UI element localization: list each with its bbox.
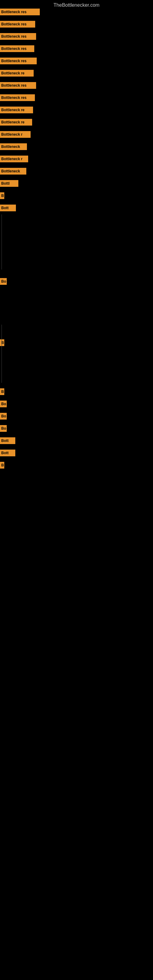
bar-item-17: Bo bbox=[0, 278, 7, 285]
bar-label-1: Bottleneck res bbox=[0, 21, 35, 27]
bar-label-4: Bottleneck res bbox=[0, 57, 37, 64]
bar-item-13: Bottleneck bbox=[0, 168, 26, 175]
bar-label-7: Bottleneck res bbox=[0, 94, 35, 101]
bar-label-15: B bbox=[0, 192, 4, 199]
bar-label-11: Bottleneck bbox=[0, 143, 27, 150]
bar-item-10: Bottleneck r bbox=[0, 131, 30, 138]
bar-label-6: Bottleneck res bbox=[0, 82, 36, 89]
bar-item-15: B bbox=[0, 192, 4, 199]
bar-item-0: Bottleneck res bbox=[0, 9, 40, 15]
bar-item-3: Bottleneck res bbox=[0, 45, 34, 52]
bar-label-25: B bbox=[0, 462, 4, 469]
bar-item-19: B bbox=[0, 388, 4, 395]
bar-label-16: Bott bbox=[0, 205, 16, 211]
bar-label-12: Bottleneck r bbox=[0, 156, 28, 162]
bar-label-5: Bottleneck re bbox=[0, 70, 33, 76]
bar-label-2: Bottleneck res bbox=[0, 33, 36, 40]
bar-item-16: Bott bbox=[0, 205, 16, 211]
bar-item-18: B bbox=[0, 339, 4, 346]
bar-label-8: Bottleneck re bbox=[0, 107, 33, 113]
bar-item-24: Bott bbox=[0, 450, 15, 456]
bar-label-20: Bo bbox=[0, 401, 7, 407]
bar-label-3: Bottleneck res bbox=[0, 45, 34, 52]
bar-label-10: Bottleneck r bbox=[0, 131, 30, 138]
bar-item-4: Bottleneck res bbox=[0, 57, 37, 64]
bar-label-22: Bo bbox=[0, 425, 7, 432]
bar-label-14: Bottl bbox=[0, 180, 18, 187]
bar-label-9: Bottleneck re bbox=[0, 119, 32, 126]
bar-item-8: Bottleneck re bbox=[0, 107, 33, 113]
bar-label-21: Bo bbox=[0, 413, 7, 420]
bar-item-9: Bottleneck re bbox=[0, 119, 32, 126]
bar-item-14: Bottl bbox=[0, 180, 18, 187]
bar-item-22: Bo bbox=[0, 425, 7, 432]
bar-item-25: B bbox=[0, 462, 4, 469]
bar-item-20: Bo bbox=[0, 401, 7, 407]
vertical-line-1 bbox=[2, 325, 2, 383]
bar-label-13: Bottleneck bbox=[0, 168, 26, 175]
bar-item-12: Bottleneck r bbox=[0, 156, 28, 162]
bar-item-21: Bo bbox=[0, 413, 7, 420]
bar-label-23: Bott bbox=[0, 438, 15, 444]
bar-label-19: B bbox=[0, 388, 4, 395]
bar-item-11: Bottleneck bbox=[0, 143, 27, 150]
bar-label-24: Bott bbox=[0, 450, 15, 456]
bar-item-5: Bottleneck re bbox=[0, 70, 33, 76]
bar-label-17: Bo bbox=[0, 278, 7, 285]
bar-item-7: Bottleneck res bbox=[0, 94, 35, 101]
bar-item-23: Bott bbox=[0, 438, 15, 444]
bar-label-18: B bbox=[0, 339, 4, 346]
bar-item-2: Bottleneck res bbox=[0, 33, 36, 40]
bar-item-6: Bottleneck res bbox=[0, 82, 36, 89]
bar-label-0: Bottleneck res bbox=[0, 9, 40, 15]
vertical-line-0 bbox=[2, 215, 2, 269]
bar-item-1: Bottleneck res bbox=[0, 21, 35, 27]
